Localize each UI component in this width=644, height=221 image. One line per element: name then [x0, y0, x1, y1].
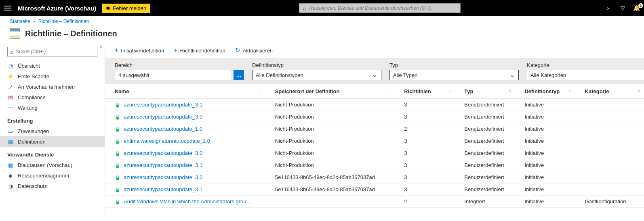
lock-icon — [115, 150, 120, 156]
sidebar-item[interactable]: Compliance — [0, 92, 105, 102]
notification-badge: 1 — [638, 3, 643, 8]
cell-category — [575, 111, 644, 123]
sidebar-item[interactable]: Zuweisungen — [0, 126, 105, 136]
table-row[interactable]: azuresecuritypackautoupdate_3.1Nicht-Pro… — [105, 99, 644, 111]
cell-type: Benutzerdefiniert — [455, 99, 515, 111]
category-dropdown[interactable]: Alle Kategorien — [527, 70, 644, 80]
definition-name: azuresecuritypackautoupdate_3.1 — [124, 186, 202, 192]
cell-type: Integriert — [455, 196, 515, 208]
table-row[interactable]: azuresecuritypackautoupdate_1.0Nicht-Pro… — [105, 123, 644, 135]
sidebar-item[interactable]: An Vorschau teilnehmen — [0, 81, 105, 92]
sidebar-group-header: Erstellung — [0, 113, 105, 126]
definition-link[interactable]: azuresecuritypackautoupdate_3.1 — [115, 102, 261, 108]
add-initiative-button[interactable]: Initiativendefinition — [115, 47, 164, 54]
definition-name: azuresecuritypackautoupdate_1.0 — [124, 126, 202, 132]
menu-icon[interactable] — [4, 6, 12, 10]
table-row[interactable]: Audit Windows VMs in which the Administr… — [105, 196, 644, 208]
sidebar-item-label: Ressourcendiagramm — [18, 173, 69, 179]
table-row[interactable]: azuresecuritypackautoupdate_3.15e116433-… — [105, 183, 644, 196]
category-label: Kategorie — [527, 62, 644, 68]
collapse-sidebar-icon[interactable]: « — [99, 44, 102, 49]
refresh-button[interactable]: Aktualisieren — [235, 47, 273, 54]
table-row[interactable]: azuresecuritypackautoupdate_3.1Nicht-Pro… — [105, 159, 644, 171]
cell-type: Benutzerdefiniert — [455, 147, 515, 159]
sidebar-item[interactable]: Übersicht — [0, 60, 105, 71]
sort-icon[interactable]: ↑↓ — [638, 88, 640, 93]
definition-link[interactable]: azuresecuritypackautoupdate_3.1 — [115, 186, 261, 192]
search-icon — [10, 48, 13, 55]
sort-icon[interactable]: ↑↓ — [508, 88, 511, 93]
notifications-button[interactable]: 1 — [633, 5, 640, 11]
ic-assign-icon — [7, 128, 14, 134]
command-bar: Initiativendefinition Richtliniendefinit… — [105, 43, 644, 58]
sidebar-item[interactable]: Definitionen — [0, 136, 105, 147]
add-policy-button[interactable]: Richtliniendefinition — [174, 47, 225, 54]
deftype-dropdown[interactable]: Alle Definitionstypen — [252, 70, 381, 80]
scope-picker[interactable]: 4 ausgewählt — [115, 70, 231, 80]
col-category: Kategorie↑↓ — [575, 84, 644, 99]
plus-icon — [115, 47, 118, 54]
ic-compliance-icon — [7, 94, 14, 100]
sidebar-item-label: Erste Schritte — [18, 73, 49, 79]
definition-link[interactable]: azuresecuritypackautoupdate_3.0 — [115, 174, 261, 180]
sidebar-item[interactable]: Ressourcendiagramm — [0, 170, 105, 181]
lock-icon — [115, 186, 120, 192]
type-label: Typ — [389, 62, 519, 68]
crumb-current[interactable]: Richtlinie – Definitionen — [38, 19, 89, 24]
crumb-home[interactable]: Startseite — [10, 19, 30, 24]
sort-icon[interactable]: ↑↓ — [448, 88, 450, 93]
lock-icon — [115, 198, 120, 204]
sidebar-search-input[interactable] — [16, 49, 95, 54]
cell-location: Nicht-Produktion — [265, 147, 395, 159]
cell-deftype: Initiative — [515, 196, 575, 208]
col-location: Speicherort der Definition↑↓ — [265, 84, 395, 99]
directory-filter-icon[interactable] — [621, 5, 625, 11]
sort-icon[interactable]: ↑↓ — [569, 88, 571, 93]
global-search[interactable] — [299, 3, 461, 13]
sidebar-item[interactable]: Blaupausen (Vorschau) — [0, 160, 105, 170]
report-bug-button[interactable]: Fehler melden — [102, 4, 150, 13]
scope-browse-button[interactable]: … — [234, 70, 244, 80]
type-dropdown[interactable]: Alle Typen — [389, 70, 519, 80]
cell-policies: 3 — [394, 111, 455, 123]
cell-category — [575, 183, 644, 196]
scope-value: 4 ausgewählt — [118, 72, 149, 78]
sidebar-search[interactable] — [7, 47, 97, 56]
cell-location: 5e116433-8b65-49ec-8d2c-85ab367037ad — [265, 171, 395, 183]
cloud-shell-icon[interactable] — [607, 5, 612, 11]
ic-preview-icon — [7, 83, 14, 90]
definition-link[interactable]: azuresecuritypackautoupdate_3.0 — [115, 150, 261, 156]
sidebar-item[interactable]: Wartung — [0, 102, 105, 113]
definition-name: azuresecuritypackautoupdate_3.1 — [124, 162, 202, 168]
report-bug-label: Fehler melden — [113, 5, 146, 11]
add-initiative-label: Initiativendefinition — [121, 48, 164, 54]
sidebar-item-label: Wartung — [18, 105, 38, 111]
search-icon — [303, 5, 306, 11]
definition-name: azuresecuritypackautoupdate_3.0 — [124, 114, 202, 120]
definition-link[interactable]: antimalwaresignatureautoupdate_1.0 — [115, 138, 261, 144]
chevron-down-icon — [372, 72, 378, 78]
ic-defs-icon — [7, 138, 14, 145]
sidebar-item[interactable]: Datenschutz — [0, 181, 105, 191]
definition-link[interactable]: azuresecuritypackautoupdate_3.1 — [115, 162, 261, 168]
sidebar-item[interactable]: Erste Schritte — [0, 71, 105, 81]
definition-link[interactable]: azuresecuritypackautoupdate_3.0 — [115, 114, 261, 120]
sidebar-group-header: Verwandte Dienste — [0, 147, 105, 160]
cell-policies: 3 — [394, 159, 455, 171]
breadcrumb: Startseite › Richtlinie – Definitionen — [0, 16, 644, 27]
table-row[interactable]: azuresecuritypackautoupdate_3.05e116433-… — [105, 171, 644, 183]
sort-icon[interactable]: ↑↓ — [388, 88, 390, 93]
global-search-input[interactable] — [309, 5, 457, 11]
sidebar-item-label: Zuweisungen — [18, 128, 49, 134]
ic-remediate-icon — [7, 104, 14, 111]
definition-link[interactable]: azuresecuritypackautoupdate_1.0 — [115, 126, 261, 132]
cell-deftype: Initiative — [515, 183, 575, 196]
table-row[interactable]: antimalwaresignatureautoupdate_1.0Nicht-… — [105, 135, 644, 147]
sort-icon[interactable]: ↑↓ — [259, 88, 261, 93]
definition-link[interactable]: Audit Windows VMs in which the Administr… — [115, 198, 261, 204]
cell-location — [265, 196, 395, 208]
cell-policies: 3 — [394, 147, 455, 159]
cell-location: Nicht-Produktion — [265, 123, 395, 135]
table-row[interactable]: azuresecuritypackautoupdate_3.0Nicht-Pro… — [105, 111, 644, 123]
table-row[interactable]: azuresecuritypackautoupdate_3.0Nicht-Pro… — [105, 147, 644, 159]
